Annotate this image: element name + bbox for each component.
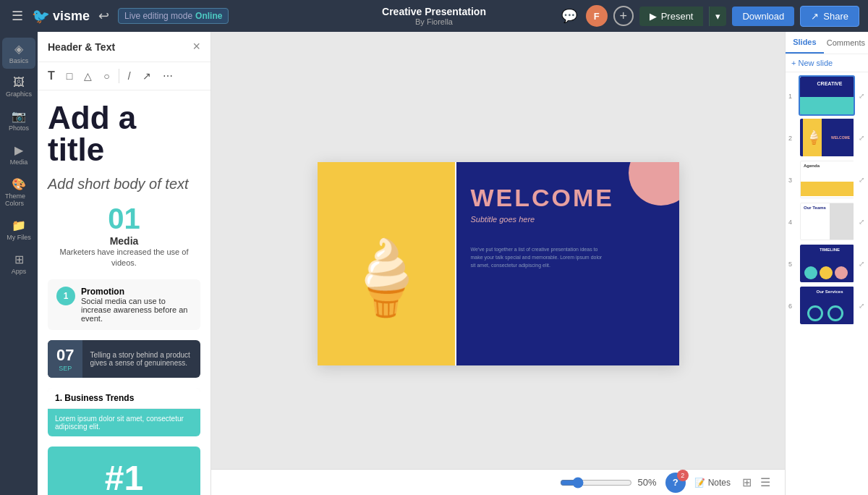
icon-sidebar: ◈ Basics 🖼 Graphics 📷 Photos ▶ Media 🎨 T… [0,32,38,495]
slide-1-expand[interactable]: ⤢ [858,91,865,101]
ring-2 [827,305,843,321]
new-slide-button[interactable]: + New slide [786,54,868,72]
slide-num-2: 2 [788,133,796,142]
sample-title[interactable]: Add a title [48,102,200,166]
graphics-label: Graphics [6,90,32,98]
grid-view-button[interactable]: ⊞ [739,474,754,491]
date-content: Telling a story behind a product gives a… [82,340,200,378]
tab-comments[interactable]: Comments [824,32,868,54]
circle-1 [804,266,817,279]
slide-2-expand[interactable]: ⤢ [858,133,865,143]
tab-slides[interactable]: Slides [786,32,824,54]
live-mode-indicator: Live editing mode Online [118,8,229,24]
triangle-tool-button[interactable]: △ [80,67,96,85]
avatar-button[interactable]: F [586,5,608,27]
download-button[interactable]: Download [732,7,794,26]
slide-preview-4[interactable]: Our Teams [799,201,855,242]
circle-tool-button[interactable]: ○ [99,67,114,85]
sidebar-item-my-files[interactable]: 📁 My Files [2,214,35,245]
sample-body-text[interactable]: Marketers have increased the use of vide… [48,247,200,269]
slide-6-expand[interactable]: ⤢ [858,301,865,310]
date-month: SEP [59,365,72,372]
files-label: My Files [7,234,31,241]
undo-button[interactable]: ↩ [95,5,112,27]
thumb-3-bar [801,182,855,196]
thumb-2-right: WELCOME [822,119,855,156]
list-view-button[interactable]: ☰ [757,474,773,491]
slide-welcome-text: WELCOME Subtitle goes here We've put tog… [471,184,615,270]
apps-label: Apps [12,268,27,275]
sidebar-item-basics[interactable]: ◈ Basics [2,38,35,69]
toolbar-separator [119,69,119,83]
notification-badge: 2 [677,470,689,481]
zoom-percentage: 50% [638,477,657,488]
slide-4-expand[interactable]: ⤢ [858,217,865,227]
slide-3-expand[interactable]: ⤢ [858,175,865,185]
date-card[interactable]: 07 SEP Telling a story behind a product … [48,340,200,378]
slides-list: 1 CREATIVE ⤢ 2 🍦 WELCOME [786,72,868,495]
thumb-6-rings [807,305,852,321]
menu-button[interactable]: ☰ [9,5,26,27]
bottom-bar: 50% ? 2 📝 Notes ⊞ ☰ [211,469,785,495]
notes-button[interactable]: 📝 Notes [694,478,731,488]
add-button[interactable]: + [613,6,634,26]
text-tool-button[interactable]: T [43,67,59,85]
present-button[interactable]: ▶ Present [639,7,704,26]
slides-tabs: Slides Comments [786,32,868,54]
slide-num-3: 3 [788,175,796,184]
present-dropdown-button[interactable]: ▾ [709,7,726,26]
slide-thumb-2: 🍦 WELCOME [800,119,855,156]
online-badge: Online [195,11,222,21]
top-bar: ☰ 🐦 visme ↩ Live editing mode Online Cre… [0,0,868,32]
logo-text: visme [53,9,90,24]
thumb-3-title: Agenda [804,164,820,168]
zoom-slider[interactable] [560,477,632,488]
sample-card-body: Social media can use to increase awarene… [81,297,192,323]
slide-row-5: 5 TIMELINE ⤢ [788,243,865,284]
comment-button[interactable]: 💬 [558,5,580,27]
line-tool-button[interactable]: / [124,67,135,85]
rect-tool-button[interactable]: □ [62,67,77,85]
arrow-tool-button[interactable]: ↗ [138,67,156,85]
sidebar-item-apps[interactable]: ⊞ Apps [2,248,35,279]
theme-icon: 🎨 [12,177,26,191]
slide-row-1: 1 CREATIVE ⤢ [788,75,865,116]
sidebar-item-photos[interactable]: 📷 Photos [2,105,35,136]
text-samples: Add a title Add short body of text 01 Me… [38,90,210,495]
slide-preview-1[interactable]: CREATIVE [799,75,855,116]
hash-card[interactable]: #1 [48,447,200,495]
photos-label: Photos [9,124,29,132]
slide-preview-6[interactable]: Our Services [799,285,855,326]
help-wrapper: ? 2 [665,473,686,493]
panel-title: Header & Text [48,41,115,53]
share-button[interactable]: ↗ Share [800,6,859,27]
sample-number[interactable]: 01 [48,203,200,235]
sample-subtitle[interactable]: Add short body of text [48,176,200,192]
pink-circle-decoration [629,162,679,206]
circle-2 [820,266,833,279]
slide-5-expand[interactable]: ⤢ [858,259,865,268]
slide-row-4: 4 Our Teams ⤢ [788,201,865,242]
panel-close-button[interactable]: × [192,39,200,54]
slide-preview-3[interactable]: Agenda [799,159,855,200]
media-icon: ▶ [14,143,23,157]
canvas-area[interactable]: 🍦 WELCOME Subtitle goes here We've put t… [211,32,785,495]
sidebar-item-media[interactable]: ▶ Media [2,139,35,170]
sample-card-promotion[interactable]: 1 Promotion Social media can use to incr… [48,279,200,330]
thumb-teal-bar-1 [800,97,855,114]
slide-preview-2[interactable]: 🍦 WELCOME [799,117,855,158]
slide-thumb-1: CREATIVE [800,77,855,114]
slide-left-bg: 🍦 [318,162,455,365]
sidebar-item-theme-colors[interactable]: 🎨 Theme Colors [2,173,35,211]
thumb-title-1: CREATIVE [804,81,855,86]
sample-number-label[interactable]: Media [48,235,200,247]
more-tool-button[interactable]: ⋯ [158,67,177,85]
slide-preview-5[interactable]: TIMELINE [799,243,855,284]
slide-row-2: 2 🍦 WELCOME ⤢ [788,117,865,158]
basics-label: Basics [9,57,29,64]
sidebar-item-graphics[interactable]: 🖼 Graphics [2,72,35,102]
slide-num-1: 1 [788,91,796,100]
list-card[interactable]: 1. Business Trends Lorem ipsum dolor sit… [48,388,200,436]
slide-canvas[interactable]: 🍦 WELCOME Subtitle goes here We've put t… [318,162,679,365]
ice-cream-image: 🍦 [341,235,431,321]
